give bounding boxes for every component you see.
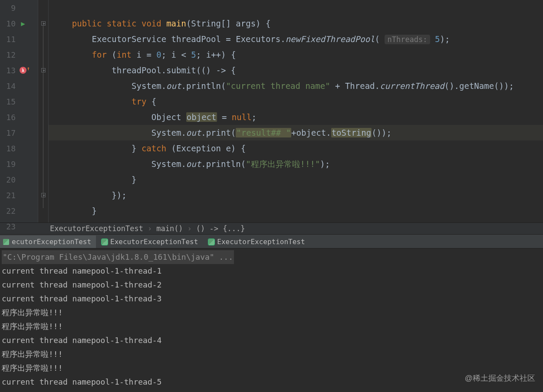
line-number: 13	[3, 66, 16, 75]
code-editor[interactable]: public static void main(String[] args) {…	[49, 0, 543, 222]
tab-label: ExecutorExceptionTest	[217, 238, 305, 246]
editor: 9 10 ▶ 11 12 13 λ↑ 14 15 16 17 18 19 20 …	[0, 0, 543, 222]
line-gutter[interactable]: 9 10 ▶ 11 12 13 λ↑ 14 15 16 17 18 19 20 …	[0, 0, 38, 222]
console-line: 程序出异常啦!!!	[2, 320, 543, 333]
console-line: 程序出异常啦!!!	[2, 361, 543, 375]
code-line[interactable]	[49, 0, 543, 16]
code-line[interactable]: threadPool.submit(() -> {	[49, 62, 543, 78]
breadcrumb-item[interactable]: () -> {...}	[196, 224, 245, 233]
line-number: 9	[3, 3, 16, 13]
run-tab[interactable]: ExecutorExceptionTest	[99, 235, 203, 248]
chevron-right-icon: ›	[148, 224, 152, 233]
line-number: 20	[3, 175, 16, 184]
line-number: 15	[3, 97, 16, 106]
code-line[interactable]: for (int i = 0; i < 5; i++) {	[49, 47, 543, 62]
line-number: 10	[3, 19, 16, 28]
code-line[interactable]: ExecutorService threadPool = Executors.n…	[49, 31, 543, 47]
console-line: current thread namepool-1-thread-5	[2, 375, 543, 389]
console-output[interactable]: "C:\Program Files\Java\jdk1.8.0_161\bin\…	[0, 248, 543, 389]
console-cmd: "C:\Program Files\Java\jdk1.8.0_161\bin\…	[2, 250, 234, 264]
console-line: current thread namepool-1-thread-1	[2, 264, 543, 278]
code-line[interactable]: System.out.println("current thread name"…	[49, 78, 543, 94]
line-number: 19	[3, 160, 16, 169]
code-line[interactable]: Object object = null;	[49, 109, 543, 125]
run-config-icon	[3, 239, 9, 245]
console-line: current thread namepool-1-thread-4	[2, 333, 543, 347]
code-line[interactable]: });	[49, 187, 543, 203]
line-number: 14	[3, 82, 16, 91]
chevron-right-icon: ›	[188, 224, 192, 233]
run-icon[interactable]: ▶	[21, 20, 25, 28]
line-number: 22	[3, 206, 16, 216]
line-number: 17	[3, 128, 16, 137]
code-line[interactable]: try {	[49, 94, 543, 109]
fold-toggle-icon[interactable]	[41, 68, 46, 72]
console-line: current thread namepool-1-thread-3	[2, 292, 543, 306]
line-number: 23	[3, 222, 16, 231]
run-tab[interactable]: ExecutorExceptionTest	[205, 235, 309, 248]
run-tabs: ecutorExceptionTest ExecutorExceptionTes…	[0, 235, 543, 248]
line-number: 16	[3, 113, 16, 122]
run-tab[interactable]: ecutorExceptionTest	[0, 235, 96, 248]
line-number: 12	[3, 50, 16, 59]
code-line-current[interactable]: System.out.print("result## "+object.toSt…	[49, 125, 543, 140]
fold-toggle-icon[interactable]	[41, 193, 46, 197]
run-config-icon	[102, 239, 108, 245]
watermark: @稀土掘金技术社区	[465, 373, 535, 383]
breadcrumb-item[interactable]: main()	[156, 224, 183, 233]
tab-label: ecutorExceptionTest	[12, 238, 91, 246]
console-line: 程序出异常啦!!!	[2, 306, 543, 320]
line-number: 11	[3, 35, 16, 44]
breadcrumb[interactable]: ExecutorExceptionTest › main() › () -> {…	[0, 222, 543, 235]
run-config-icon	[208, 239, 214, 245]
code-line[interactable]: }	[49, 172, 543, 187]
code-line[interactable]: }	[49, 203, 543, 219]
line-number: 18	[3, 144, 16, 153]
lambda-breakpoint-icon[interactable]: λ↑	[20, 67, 26, 74]
console-line: current thread namepool-1-thread-2	[2, 278, 543, 292]
fold-gutter[interactable]	[38, 0, 49, 222]
line-number: 21	[3, 191, 16, 200]
tab-label: ExecutorExceptionTest	[110, 238, 198, 246]
code-line[interactable]: }	[49, 219, 543, 222]
breadcrumb-item[interactable]: ExecutorExceptionTest	[50, 224, 143, 233]
console-line: 程序出异常啦!!!	[2, 347, 543, 361]
code-line[interactable]: System.out.println("程序出异常啦!!!");	[49, 156, 543, 172]
fold-toggle-icon[interactable]	[41, 21, 46, 26]
code-line[interactable]: public static void main(String[] args) {	[49, 16, 543, 31]
code-line[interactable]: } catch (Exception e) {	[49, 140, 543, 156]
